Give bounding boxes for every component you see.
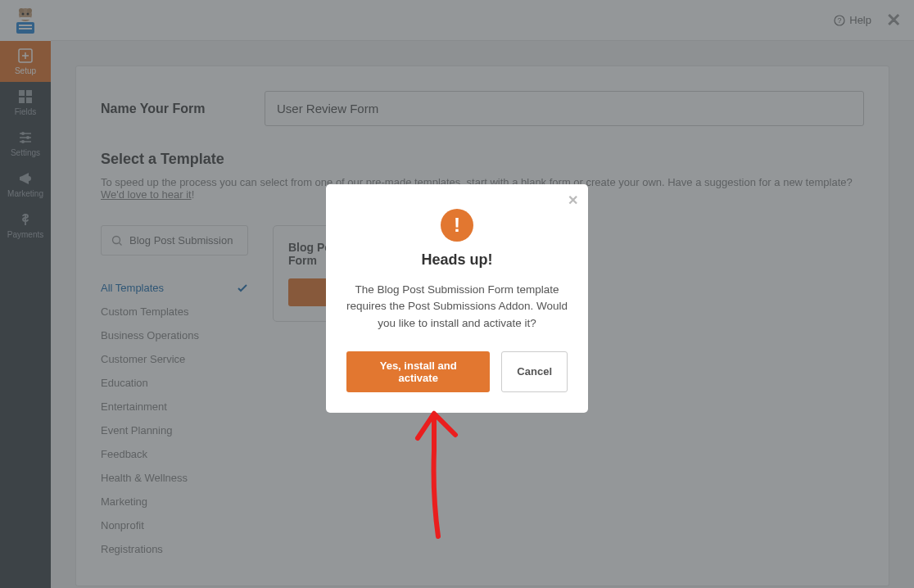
modal-close-button[interactable]: ✕ xyxy=(568,192,578,208)
modal-title: Heads up! xyxy=(346,251,568,269)
modal-actions: Yes, install and activate Cancel xyxy=(346,351,568,392)
modal-overlay[interactable]: ✕ ! Heads up! The Blog Post Submission F… xyxy=(0,0,914,588)
modal-text: The Blog Post Submission Form template r… xyxy=(346,282,568,332)
confirm-install-button[interactable]: Yes, install and activate xyxy=(346,351,490,392)
warning-icon: ! xyxy=(441,209,473,242)
modal-dialog: ✕ ! Heads up! The Blog Post Submission F… xyxy=(326,184,588,413)
cancel-button[interactable]: Cancel xyxy=(501,351,568,392)
